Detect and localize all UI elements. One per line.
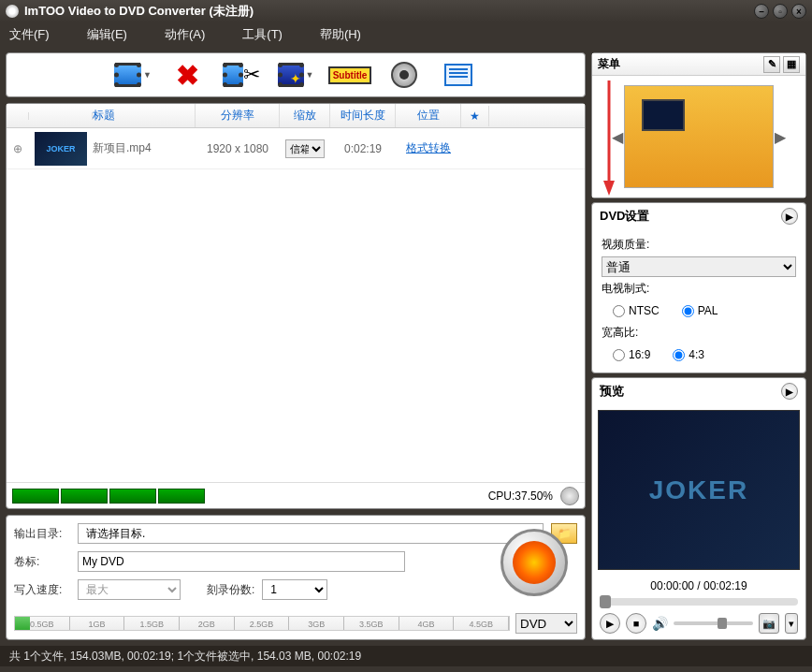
cpu-bar: CPU:37.50% (7, 482, 585, 508)
output-dir-label: 输出目录: (14, 526, 70, 542)
copies-select[interactable]: 1 (262, 579, 327, 600)
col-title[interactable]: 标题 (93, 104, 196, 127)
delete-button[interactable]: ✖ (168, 59, 206, 91)
tv-label: 电视制式: (602, 281, 796, 297)
chapter-button[interactable] (440, 59, 477, 91)
template-next-button[interactable]: ▶ (774, 127, 787, 146)
file-title: 新项目.mp4 (93, 140, 196, 156)
col-scale[interactable]: 缩放 (280, 104, 330, 127)
menu-help[interactable]: 帮助(H) (320, 26, 361, 43)
file-list-panel: 标题 分辨率 缩放 时间长度 位置 ★ ⊕ JOKER 新项目.mp4 1920… (6, 103, 586, 509)
minimize-button[interactable]: – (754, 4, 769, 19)
aspect-label: 宽高比: (602, 325, 796, 341)
col-star[interactable]: ★ (461, 106, 489, 126)
quality-label: 视频质量: (602, 237, 796, 253)
toolbar: ▼ ✖ ✂ ✦▼ Subtitle (6, 52, 586, 97)
edit-menu-button[interactable]: ✎ (763, 56, 780, 73)
svg-marker-1 (603, 181, 615, 196)
menu-panel-title: 菜单 (598, 56, 620, 72)
close-button[interactable]: × (791, 4, 806, 19)
file-row[interactable]: ⊕ JOKER 新项目.mp4 1920 x 1080 信箱 0:02:19 格… (7, 128, 585, 169)
capacity-bar: 0.5GB 1GB 1.5GB 2GB 2.5GB 3GB 3.5GB 4GB … (14, 616, 510, 631)
capacity-fill (15, 617, 30, 630)
format-convert-link[interactable]: 格式转换 (406, 141, 451, 154)
snapshot-menu-button[interactable]: ▾ (785, 613, 798, 634)
pal-radio[interactable]: PAL (682, 304, 718, 317)
dvd-settings-panel: DVD设置 ▶ 视频质量: 普通 电视制式: NTSC PAL 宽高比: 16:… (591, 202, 806, 373)
effects-button[interactable]: ✦▼ (277, 59, 314, 91)
preview-image: JOKER (598, 410, 800, 570)
menu-bar: 文件(F) 编辑(E) 动作(A) 工具(T) 帮助(H) (0, 22, 812, 47)
scale-select[interactable]: 信箱 (285, 139, 325, 158)
cpu-core-icon (109, 489, 156, 504)
add-video-button[interactable]: ▼ (114, 59, 152, 91)
cpu-percent: 37.50% (515, 489, 553, 503)
stop-button[interactable]: ■ (626, 613, 646, 634)
status-bar: 共 1个文件, 154.03MB, 00:02:19; 1个文件被选中, 154… (0, 646, 812, 666)
file-resolution: 1920 x 1080 (196, 142, 280, 155)
app-logo-icon (6, 5, 19, 18)
menu-action[interactable]: 动作(A) (165, 26, 205, 43)
menu-panel: 菜单 ✎ ▦ ◀ ▶ (591, 52, 806, 198)
cpu-core-icon (158, 489, 205, 504)
speed-label: 写入速度: (14, 582, 70, 598)
preview-timeline[interactable] (600, 598, 798, 606)
aspect-169-radio[interactable]: 16:9 (613, 348, 650, 361)
speed-select[interactable]: 最大 (78, 579, 181, 600)
preview-time: 00:00:00 / 00:02:19 (592, 576, 805, 596)
template-grid-button[interactable]: ▦ (783, 56, 800, 73)
expand-icon[interactable]: ⊕ (7, 142, 29, 155)
ntsc-radio[interactable]: NTSC (613, 304, 660, 317)
preview-title: 预览 (600, 383, 624, 400)
annotation-arrow-icon (600, 76, 618, 197)
cut-button[interactable]: ✂ (223, 59, 260, 91)
list-header: 标题 分辨率 缩放 时间长度 位置 ★ (7, 104, 585, 128)
col-duration[interactable]: 时间长度 (330, 104, 396, 127)
volume-icon[interactable]: 🔊 (652, 616, 668, 631)
menu-file[interactable]: 文件(F) (9, 26, 50, 43)
volume-label: 卷标: (14, 554, 70, 570)
cpu-core-icon (12, 489, 59, 504)
copies-label: 刻录份数: (207, 582, 254, 598)
col-position[interactable]: 位置 (396, 104, 461, 127)
col-resolution[interactable]: 分辨率 (196, 104, 280, 127)
dvd-settings-expand-button[interactable]: ▶ (781, 208, 798, 225)
title-bar: ImTOO Video to DVD Converter (未注册) – ▫ × (0, 0, 812, 22)
cpu-settings-button[interactable] (560, 487, 579, 505)
volume-slider[interactable] (674, 621, 753, 625)
dvd-settings-title: DVD设置 (600, 208, 649, 225)
maximize-button[interactable]: ▫ (773, 4, 788, 19)
menu-tools[interactable]: 工具(T) (242, 26, 283, 43)
volume-input[interactable] (78, 551, 405, 572)
subtitle-button[interactable]: Subtitle (331, 59, 369, 91)
play-button[interactable]: ▶ (600, 613, 620, 634)
snapshot-button[interactable]: 📷 (759, 613, 779, 634)
preview-expand-button[interactable]: ▶ (781, 383, 798, 400)
output-dir-select[interactable]: 请选择目标. (78, 523, 544, 544)
preview-panel: 预览 ▶ JOKER 00:00:00 / 00:02:19 ▶ ■ 🔊 📷 ▾ (591, 377, 806, 640)
audio-button[interactable] (385, 59, 423, 91)
file-duration: 0:02:19 (330, 142, 396, 155)
menu-template-preview[interactable] (624, 85, 774, 188)
file-thumbnail: JOKER (35, 132, 87, 166)
burn-button[interactable] (500, 529, 568, 596)
menu-edit[interactable]: 编辑(E) (87, 26, 127, 43)
window-title: ImTOO Video to DVD Converter (未注册) (24, 3, 754, 20)
disc-type-select[interactable]: DVD (515, 613, 577, 634)
output-panel: 输出目录: 请选择目标. 📁 卷标: 写入速度: 最大 刻录份数: 1 (6, 515, 586, 640)
cpu-core-icon (61, 489, 108, 504)
status-text: 共 1个文件, 154.03MB, 00:02:19; 1个文件被选中, 154… (9, 649, 361, 665)
aspect-43-radio[interactable]: 4:3 (673, 348, 704, 361)
quality-select[interactable]: 普通 (602, 256, 796, 277)
